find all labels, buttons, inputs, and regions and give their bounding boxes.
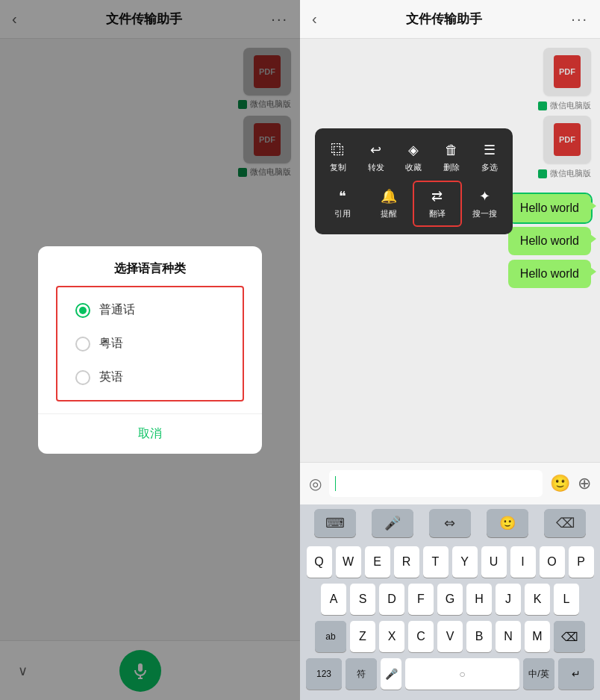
menu-remind[interactable]: 🔔 提醒	[366, 181, 412, 227]
key-c[interactable]: C	[408, 621, 434, 652]
key-u[interactable]: U	[481, 546, 507, 578]
right-wechat-pc-2: 微信电脑版	[538, 168, 591, 179]
voice-input-icon[interactable]: ◎	[309, 475, 322, 493]
dialog-title: 选择语言种类	[38, 246, 262, 286]
key-n[interactable]: N	[496, 621, 521, 652]
remind-icon: 🔔	[381, 188, 397, 204]
bubble-corner-2	[590, 234, 596, 243]
menu-delete[interactable]: 🗑 删除	[433, 136, 471, 179]
menu-copy[interactable]: ⿻ 复制	[319, 136, 357, 179]
key-r[interactable]: R	[394, 546, 419, 578]
bubble-1[interactable]: Hello world	[508, 194, 591, 222]
key-row-4: 123 符 🎤 ○ 中/英 ↵	[303, 658, 597, 690]
left-panel: ‹ 文件传输助手 ··· PDF 微信电脑版 PDF 微信电脑版 选择语言种类 …	[0, 0, 300, 700]
emoji-button[interactable]: 🙂	[550, 474, 570, 493]
key-space[interactable]: ○	[405, 658, 519, 690]
toolbar-mic-icon[interactable]: 🎤	[372, 509, 413, 537]
option-putonghua[interactable]: 普通话	[75, 293, 225, 327]
key-t[interactable]: T	[423, 546, 449, 578]
key-mic-small[interactable]: 🎤	[381, 658, 401, 690]
menu-favorite[interactable]: ◈ 收藏	[395, 136, 433, 179]
bubble-corner-3	[590, 267, 596, 276]
add-button[interactable]: ⊕	[578, 474, 591, 493]
key-s[interactable]: S	[350, 584, 375, 615]
key-y[interactable]: Y	[452, 546, 478, 578]
option-cantonese[interactable]: 粤语	[75, 327, 225, 360]
key-return[interactable]: ↵	[558, 658, 594, 690]
bubble-text-2: Hello world	[520, 234, 579, 247]
menu-multiselect[interactable]: ☰ 多选	[470, 136, 508, 179]
menu-quote[interactable]: ❝ 引用	[319, 181, 366, 227]
toolbar-delete-icon[interactable]: ⌫	[544, 509, 586, 537]
dialog-cancel-button[interactable]: 取消	[38, 413, 262, 454]
keyboard-toolbar: ⌨ 🎤 ⇔ 🙂 ⌫	[300, 504, 600, 542]
option-english[interactable]: 英语	[75, 360, 225, 394]
menu-row-1: ⿻ 复制 ↩ 转发 ◈ 收藏 🗑 删除 ☰ 多选	[319, 136, 508, 179]
key-lang[interactable]: 中/英	[523, 658, 554, 690]
favorite-icon: ◈	[408, 142, 419, 158]
menu-forward[interactable]: ↩ 转发	[357, 136, 396, 179]
search-icon: ✦	[479, 188, 490, 204]
menu-search[interactable]: ✦ 搜一搜	[462, 181, 508, 227]
menu-delete-label: 删除	[443, 162, 460, 173]
key-h[interactable]: H	[466, 584, 492, 615]
bubble-3[interactable]: Hello world	[508, 260, 591, 288]
key-x[interactable]: X	[379, 621, 404, 652]
key-shift[interactable]: ab	[315, 621, 346, 652]
key-numbers[interactable]: 123	[306, 658, 342, 690]
text-input[interactable]	[329, 470, 543, 497]
key-a[interactable]: A	[321, 584, 346, 615]
key-b[interactable]: B	[466, 621, 492, 652]
key-e[interactable]: E	[365, 546, 390, 578]
key-k[interactable]: K	[525, 584, 550, 615]
key-row-1: Q W E R T Y U I O P	[303, 546, 597, 578]
bubble-2[interactable]: Hello world	[508, 227, 591, 255]
menu-translate-label: 翻译	[429, 208, 446, 219]
key-symbols[interactable]: 符	[346, 658, 377, 690]
key-l[interactable]: L	[554, 584, 579, 615]
right-more-button[interactable]: ···	[571, 10, 588, 28]
toolbar-keyboard-icon[interactable]: ⌨	[314, 509, 356, 537]
key-z[interactable]: Z	[350, 621, 375, 652]
option-label-english: 英语	[99, 369, 123, 385]
key-row-2: A S D F G H J K L	[303, 584, 597, 615]
key-j[interactable]: J	[496, 584, 521, 615]
menu-copy-label: 复制	[330, 162, 346, 173]
key-q[interactable]: Q	[307, 546, 332, 578]
right-wechat-pc-1: 微信电脑版	[538, 100, 591, 111]
key-i[interactable]: I	[510, 546, 536, 578]
key-o[interactable]: O	[540, 546, 565, 578]
option-label-putonghua: 普通话	[99, 302, 135, 318]
menu-quote-label: 引用	[334, 208, 351, 219]
key-p[interactable]: P	[569, 546, 594, 578]
option-label-cantonese: 粤语	[99, 336, 123, 351]
dialog-options: 普通话 粤语 英语	[56, 286, 244, 401]
quote-icon: ❝	[339, 188, 346, 204]
forward-icon: ↩	[370, 142, 381, 158]
right-pdf-bubble-2: PDF	[543, 116, 591, 163]
key-v[interactable]: V	[437, 621, 463, 652]
radio-english[interactable]	[75, 370, 90, 385]
toolbar-arrows-icon[interactable]: ⇔	[429, 509, 471, 537]
key-backspace[interactable]: ⌫	[554, 621, 585, 652]
right-pdf-icon-2: PDF	[554, 123, 581, 156]
bubble-text-3: Hello world	[520, 267, 579, 280]
key-row-3: ab Z X C V B N M ⌫	[303, 621, 597, 652]
context-menu: ⿻ 复制 ↩ 转发 ◈ 收藏 🗑 删除 ☰ 多选	[315, 128, 513, 234]
translate-icon: ⇄	[431, 188, 443, 204]
right-back-button[interactable]: ‹	[312, 10, 317, 28]
right-pdf-icon-1: PDF	[554, 55, 581, 88]
key-d[interactable]: D	[379, 584, 404, 615]
radio-cantonese[interactable]	[75, 337, 90, 351]
multiselect-icon: ☰	[484, 142, 496, 158]
key-g[interactable]: G	[437, 584, 463, 615]
language-dialog: 选择语言种类 普通话 粤语 英语 取消	[38, 246, 262, 454]
key-w[interactable]: W	[336, 546, 361, 578]
menu-translate[interactable]: ⇄ 翻译	[413, 181, 462, 227]
key-f[interactable]: F	[408, 584, 434, 615]
dialog-overlay: 选择语言种类 普通话 粤语 英语 取消	[0, 0, 300, 700]
radio-putonghua[interactable]	[75, 303, 90, 318]
delete-icon: 🗑	[445, 143, 458, 158]
toolbar-emoji-icon[interactable]: 🙂	[487, 509, 528, 537]
key-m[interactable]: M	[525, 621, 550, 652]
